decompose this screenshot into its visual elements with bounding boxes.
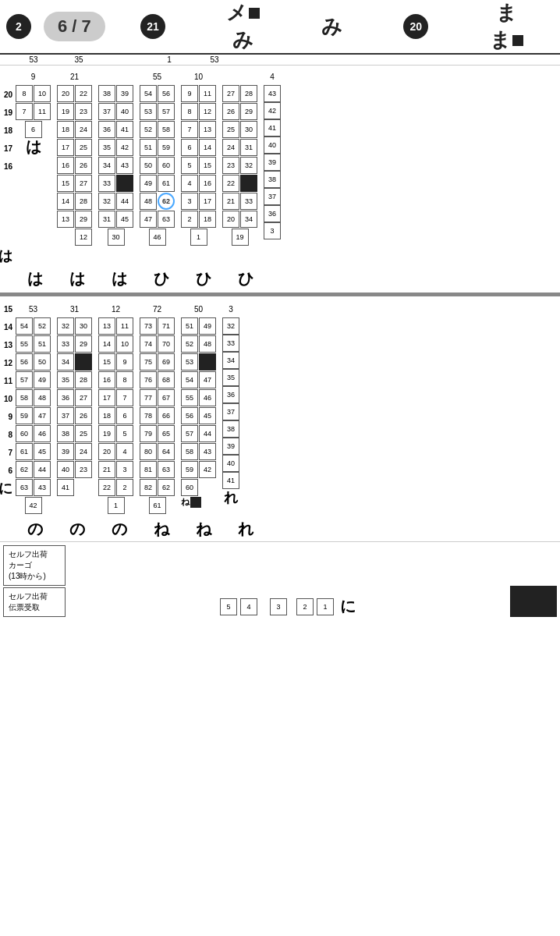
- seat[interactable]: 60: [16, 425, 33, 442]
- seat[interactable]: 3: [116, 461, 133, 478]
- seat[interactable]: 39: [57, 443, 74, 460]
- seat[interactable]: 39: [264, 154, 281, 171]
- seat[interactable]: 33: [240, 193, 257, 210]
- seat[interactable]: 1: [108, 497, 125, 514]
- seat[interactable]: 33: [57, 335, 74, 353]
- seat[interactable]: 63: [158, 211, 175, 228]
- seat[interactable]: 33: [98, 175, 115, 192]
- seat[interactable]: 31: [98, 211, 115, 228]
- seat[interactable]: 17: [199, 193, 216, 210]
- seat[interactable]: 29: [240, 103, 257, 120]
- seat[interactable]: 43: [116, 157, 133, 174]
- seat[interactable]: 7: [16, 103, 33, 120]
- seat[interactable]: 32: [57, 317, 74, 335]
- seat[interactable]: 23: [75, 103, 92, 120]
- seat[interactable]: 35: [57, 371, 74, 388]
- seat[interactable]: 48: [34, 389, 51, 406]
- seat[interactable]: 1: [317, 598, 334, 615]
- seat[interactable]: 41: [57, 479, 74, 496]
- seat[interactable]: 60: [158, 157, 175, 174]
- seat[interactable]: 38: [57, 425, 74, 442]
- seat[interactable]: 55: [16, 335, 33, 353]
- seat[interactable]: 19: [98, 425, 115, 442]
- seat[interactable]: 15: [98, 353, 115, 370]
- seat-highlighted-62[interactable]: 62: [158, 193, 175, 210]
- seat[interactable]: 24: [75, 121, 92, 138]
- seat[interactable]: 16: [199, 175, 216, 192]
- seat[interactable]: 14: [98, 335, 115, 353]
- seat[interactable]: 47: [34, 407, 51, 424]
- seat[interactable]: 36: [57, 389, 74, 406]
- seat[interactable]: 41: [116, 121, 133, 138]
- seat[interactable]: 28: [75, 371, 92, 388]
- seat[interactable]: 67: [158, 389, 175, 406]
- seat[interactable]: 23: [75, 461, 92, 478]
- seat[interactable]: 60: [181, 479, 198, 496]
- seat[interactable]: 30: [240, 121, 257, 138]
- seat[interactable]: 1: [190, 229, 207, 246]
- seat[interactable]: 8: [116, 371, 133, 388]
- seat[interactable]: 48: [199, 335, 216, 353]
- seat[interactable]: 11: [34, 103, 51, 120]
- seat[interactable]: 54: [16, 317, 33, 335]
- seat[interactable]: 30: [108, 229, 125, 246]
- seat[interactable]: 80: [140, 443, 157, 460]
- seat[interactable]: 19: [57, 103, 74, 120]
- seat[interactable]: 45: [34, 443, 51, 460]
- seat[interactable]: 35: [98, 139, 115, 156]
- seat[interactable]: 11: [116, 317, 133, 335]
- seat[interactable]: 62: [158, 479, 175, 496]
- seat[interactable]: 54: [140, 85, 157, 102]
- seat[interactable]: 52: [140, 121, 157, 138]
- seat[interactable]: 43: [34, 479, 51, 496]
- seat[interactable]: 75: [140, 353, 157, 370]
- seat[interactable]: 68: [158, 371, 175, 388]
- seat[interactable]: 39: [116, 85, 133, 102]
- seat[interactable]: 33: [222, 335, 239, 352]
- seat[interactable]: 12: [75, 229, 92, 246]
- seat[interactable]: 61: [158, 175, 175, 192]
- seat[interactable]: 38: [222, 420, 239, 438]
- seat[interactable]: 49: [140, 175, 157, 192]
- seat[interactable]: 5: [116, 425, 133, 442]
- seat[interactable]: 25: [75, 425, 92, 442]
- seat[interactable]: 32: [240, 157, 257, 174]
- seat[interactable]: 10: [34, 85, 51, 102]
- seat[interactable]: 8: [181, 103, 198, 120]
- seat[interactable]: 48: [140, 193, 157, 210]
- seat[interactable]: 46: [34, 425, 51, 442]
- seat[interactable]: 51: [181, 317, 198, 335]
- seat[interactable]: 40: [264, 136, 281, 154]
- seat[interactable]: 13: [98, 317, 115, 335]
- seat[interactable]: 29: [75, 335, 92, 353]
- seat[interactable]: 40: [116, 103, 133, 120]
- seat[interactable]: 49: [199, 317, 216, 335]
- seat[interactable]: 42: [116, 139, 133, 156]
- seat[interactable]: 21: [98, 461, 115, 478]
- seat[interactable]: 42: [264, 102, 281, 119]
- seat[interactable]: 77: [140, 389, 157, 406]
- seat[interactable]: 63: [158, 461, 175, 478]
- seat[interactable]: 4: [181, 175, 198, 192]
- seat[interactable]: 58: [16, 389, 33, 406]
- seat[interactable]: 14: [199, 139, 216, 156]
- seat[interactable]: 7: [116, 389, 133, 406]
- seat[interactable]: 81: [140, 461, 157, 478]
- seat[interactable]: 39: [222, 438, 239, 455]
- seat[interactable]: 21: [222, 193, 239, 210]
- seat[interactable]: 53: [140, 103, 157, 120]
- seat[interactable]: 16: [57, 157, 74, 174]
- seat[interactable]: 43: [199, 443, 216, 460]
- seat[interactable]: 5: [220, 598, 237, 615]
- seat[interactable]: 20: [98, 443, 115, 460]
- seat[interactable]: 78: [140, 407, 157, 424]
- seat[interactable]: 13: [57, 211, 74, 228]
- seat[interactable]: 30: [75, 317, 92, 335]
- seat[interactable]: 13: [199, 121, 216, 138]
- seat[interactable]: 2: [181, 211, 198, 228]
- seat[interactable]: 50: [140, 157, 157, 174]
- seat[interactable]: 31: [240, 139, 257, 156]
- seat[interactable]: 70: [158, 335, 175, 353]
- seat[interactable]: 15: [199, 157, 216, 174]
- seat[interactable]: 36: [264, 205, 281, 222]
